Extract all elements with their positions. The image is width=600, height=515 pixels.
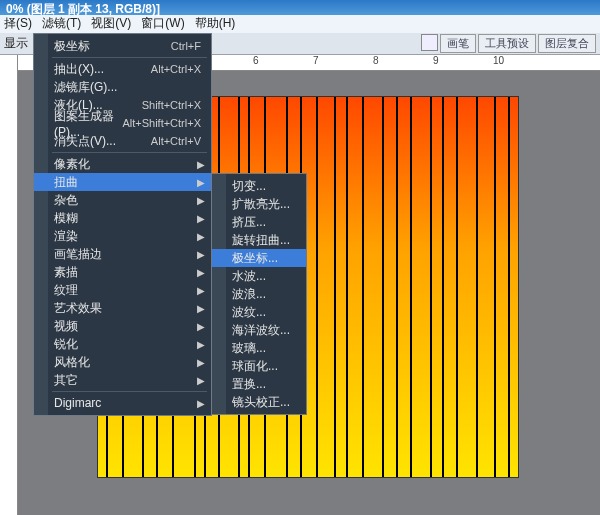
submenu-arrow-icon: ▶ (197, 375, 205, 386)
menu-item-label: 置换... (232, 376, 296, 393)
menu-item-label: 视频 (54, 318, 201, 335)
menu-item-label: 风格化 (54, 354, 201, 371)
submenu-arrow-icon: ▶ (197, 267, 205, 278)
menu-item-label: 极坐标... (232, 250, 296, 267)
menu-item-label: 素描 (54, 264, 201, 281)
menu-item[interactable]: 切变... (212, 177, 306, 195)
ruler-tick: 9 (433, 55, 439, 66)
menu-item[interactable]: 挤压... (212, 213, 306, 231)
submenu-arrow-icon: ▶ (197, 303, 205, 314)
panel-tabs: 画笔 工具预设 图层复合 (421, 34, 596, 53)
menu-item-label: 球面化... (232, 358, 296, 375)
menu-separator (52, 152, 207, 153)
menu-item-label: 像素化 (54, 156, 201, 173)
menu-item[interactable]: 扩散亮光... (212, 195, 306, 213)
menu-item-label: Digimarc (54, 396, 201, 410)
menu-item[interactable]: 像素化▶ (34, 155, 211, 173)
menu-item-label: 纹理 (54, 282, 201, 299)
menu-item[interactable]: 波纹... (212, 303, 306, 321)
menu-item[interactable]: 消失点(V)...Alt+Ctrl+V (34, 132, 211, 150)
submenu-arrow-icon: ▶ (197, 249, 205, 260)
submenu-arrow-icon: ▶ (197, 213, 205, 224)
menu-item-label: 挤压... (232, 214, 296, 231)
submenu-arrow-icon: ▶ (197, 357, 205, 368)
app-menubar: 择(S) 滤镜(T) 视图(V) 窗口(W) 帮助(H) (0, 15, 600, 33)
menu-item-label: 玻璃... (232, 340, 296, 357)
menu-accelerator: Alt+Ctrl+V (151, 135, 201, 147)
menu-item[interactable]: 风格化▶ (34, 353, 211, 371)
menu-item-label: 旋转扭曲... (232, 232, 296, 249)
submenu-arrow-icon: ▶ (197, 285, 205, 296)
submenu-arrow-icon: ▶ (197, 159, 205, 170)
ruler-tick: 7 (313, 55, 319, 66)
menu-item[interactable]: Digimarc▶ (34, 394, 211, 412)
menu-filter[interactable]: 滤镜(T) (42, 15, 81, 33)
title-text: 0% (图层 1 副本 13, RGB/8)] (6, 2, 160, 16)
menu-item-label: 艺术效果 (54, 300, 201, 317)
distort-submenu: 切变...扩散亮光...挤压...旋转扭曲...极坐标...水波...波浪...… (211, 173, 307, 415)
menu-item[interactable]: 抽出(X)...Alt+Ctrl+X (34, 60, 211, 78)
menu-item[interactable]: 视频▶ (34, 317, 211, 335)
menu-item-label: 镜头校正... (232, 394, 296, 411)
menu-item[interactable]: 置换... (212, 375, 306, 393)
ruler-tick: 8 (373, 55, 379, 66)
menu-accelerator: Shift+Ctrl+X (142, 99, 201, 111)
tab-layer-comps[interactable]: 图层复合 (538, 34, 596, 53)
menu-item-label: 波纹... (232, 304, 296, 321)
menu-item[interactable]: 极坐标... (212, 249, 306, 267)
menu-item-label: 其它 (54, 372, 201, 389)
menu-help[interactable]: 帮助(H) (195, 15, 236, 33)
menu-item[interactable]: 画笔描边▶ (34, 245, 211, 263)
menu-item[interactable]: 渲染▶ (34, 227, 211, 245)
menu-item-label: 渲染 (54, 228, 201, 245)
menu-item[interactable]: 水波... (212, 267, 306, 285)
menu-item-label: 极坐标 (54, 38, 171, 55)
menu-item[interactable]: 滤镜库(G)... (34, 78, 211, 96)
menu-accelerator: Alt+Ctrl+X (151, 63, 201, 75)
menu-item[interactable]: 旋转扭曲... (212, 231, 306, 249)
submenu-arrow-icon: ▶ (197, 195, 205, 206)
window-titlebar: 0% (图层 1 副本 13, RGB/8)] (0, 0, 600, 15)
menu-item[interactable]: 图案生成器(P)...Alt+Shift+Ctrl+X (34, 114, 211, 132)
tab-tool-presets[interactable]: 工具预设 (478, 34, 536, 53)
menu-item[interactable]: 艺术效果▶ (34, 299, 211, 317)
submenu-arrow-icon: ▶ (197, 321, 205, 332)
menu-item[interactable]: 模糊▶ (34, 209, 211, 227)
menu-item-label: 模糊 (54, 210, 201, 227)
menu-item[interactable]: 杂色▶ (34, 191, 211, 209)
menu-item-label: 切变... (232, 178, 296, 195)
menu-item[interactable]: 纹理▶ (34, 281, 211, 299)
menu-item-label: 画笔描边 (54, 246, 201, 263)
menu-item-label: 波浪... (232, 286, 296, 303)
palette-toggle-icon[interactable] (421, 34, 438, 51)
menu-item[interactable]: 镜头校正... (212, 393, 306, 411)
menu-item[interactable]: 海洋波纹... (212, 321, 306, 339)
menu-item[interactable]: 锐化▶ (34, 335, 211, 353)
menu-item-label: 海洋波纹... (232, 322, 296, 339)
menu-separator (52, 391, 207, 392)
menu-item[interactable]: 波浪... (212, 285, 306, 303)
menu-view[interactable]: 视图(V) (91, 15, 131, 33)
ruler-vertical (0, 55, 18, 515)
menu-item[interactable]: 极坐标Ctrl+F (34, 37, 211, 55)
menu-accelerator: Alt+Shift+Ctrl+X (122, 117, 201, 129)
menu-item-label: 抽出(X)... (54, 61, 151, 78)
menu-item[interactable]: 素描▶ (34, 263, 211, 281)
ruler-tick: 6 (253, 55, 259, 66)
menu-item-label: 消失点(V)... (54, 133, 151, 150)
menu-item-label: 扭曲 (54, 174, 201, 191)
submenu-arrow-icon: ▶ (197, 398, 205, 409)
menu-item[interactable]: 其它▶ (34, 371, 211, 389)
menu-item[interactable]: 玻璃... (212, 339, 306, 357)
menu-item-label: 锐化 (54, 336, 201, 353)
menu-item[interactable]: 扭曲▶ (34, 173, 211, 191)
menu-item-label: 扩散亮光... (232, 196, 296, 213)
submenu-arrow-icon: ▶ (197, 339, 205, 350)
menu-window[interactable]: 窗口(W) (141, 15, 184, 33)
menu-select[interactable]: 择(S) (4, 15, 32, 33)
submenu-arrow-icon: ▶ (197, 177, 205, 188)
menu-item[interactable]: 球面化... (212, 357, 306, 375)
filter-menu-dropdown: 极坐标Ctrl+F抽出(X)...Alt+Ctrl+X滤镜库(G)...液化(L… (33, 33, 212, 416)
tab-brushes[interactable]: 画笔 (440, 34, 476, 53)
submenu-arrow-icon: ▶ (197, 231, 205, 242)
